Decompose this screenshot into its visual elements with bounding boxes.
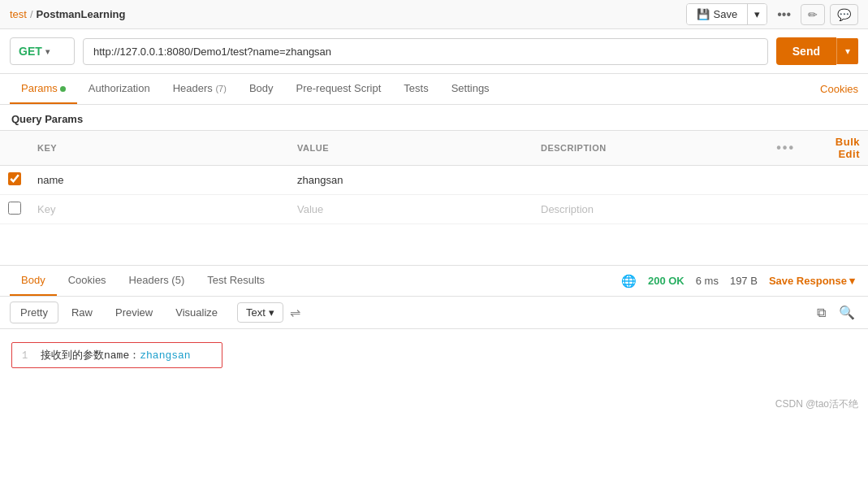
save-dropdown-button[interactable]: ▾ <box>747 4 767 24</box>
save-button[interactable]: 💾 Save <box>687 4 748 24</box>
fmt-tab-preview[interactable]: Preview <box>106 302 162 323</box>
action-col-header: ••• <box>768 131 803 166</box>
response-line-content: 接收到的参数name：zhangsan <box>41 349 191 362</box>
new-param-checkbox[interactable] <box>8 202 21 215</box>
response-tab-test-results[interactable]: Test Results <box>196 266 276 296</box>
new-row-checkbox-cell[interactable] <box>0 195 29 224</box>
fmt-preview-label: Preview <box>115 306 153 319</box>
new-param-key-cell[interactable]: Key <box>29 195 289 224</box>
edit-icon: ✏ <box>808 8 818 21</box>
tab-pre-request[interactable]: Pre-request Script <box>285 74 393 104</box>
bulk-edit-col-header[interactable]: Bulk Edit <box>803 131 868 166</box>
send-button[interactable]: Send <box>776 37 836 65</box>
save-response-button[interactable]: Save Response ▾ <box>769 275 855 287</box>
key-col-header: KEY <box>29 131 289 166</box>
chevron-down-icon: ▾ <box>849 275 855 287</box>
tab-authorization-label: Authorization <box>89 82 150 94</box>
copy-button[interactable]: ⧉ <box>814 302 829 323</box>
breadcrumb-separator: / <box>30 8 33 20</box>
more-options-icon: ••• <box>776 141 795 154</box>
response-format-bar: Pretty Raw Preview Visualize Text ▾ ⇌ ⧉ … <box>0 297 868 329</box>
fmt-raw-label: Raw <box>71 306 93 319</box>
tab-headers[interactable]: Headers (7) <box>162 74 238 104</box>
param-desc-cell[interactable] <box>533 166 768 195</box>
response-tabs-bar: Body Cookies Headers (5) Test Results 🌐 … <box>0 266 868 297</box>
fmt-tab-raw[interactable]: Raw <box>62 302 102 323</box>
spacer <box>0 224 868 265</box>
status-code: 200 OK <box>648 275 684 287</box>
param-key-value: name <box>37 174 64 186</box>
tab-body[interactable]: Body <box>238 74 285 104</box>
new-param-value-cell[interactable]: Value <box>289 195 533 224</box>
params-table: KEY VALUE DESCRIPTION ••• Bulk Edit name… <box>0 130 868 224</box>
fmt-pretty-label: Pretty <box>20 306 48 319</box>
table-row: name zhangsan <box>0 166 868 195</box>
response-tab-cookies[interactable]: Cookies <box>57 266 118 296</box>
save-response-label: Save Response <box>769 275 847 287</box>
url-bar: GET ▾ Send ▾ <box>0 29 868 74</box>
query-params-label: Query Params <box>0 105 868 130</box>
response-tab-body-label: Body <box>21 274 45 286</box>
edit-button[interactable]: ✏ <box>801 4 825 25</box>
tab-params-label: Params <box>21 82 58 94</box>
top-bar-actions: 💾 Save ▾ ••• ✏ 💬 <box>686 3 858 25</box>
wrap-icon[interactable]: ⇌ <box>290 305 300 320</box>
text-format-dropdown[interactable]: Text ▾ <box>237 302 283 323</box>
method-label: GET <box>19 45 42 58</box>
save-button-group: 💾 Save ▾ <box>686 3 768 25</box>
new-param-desc-cell[interactable]: Description <box>533 195 768 224</box>
param-row-checkbox[interactable] <box>8 172 21 185</box>
save-label: Save <box>714 8 738 20</box>
param-value-value: zhangsan <box>297 174 343 186</box>
send-button-group: Send ▾ <box>776 37 858 65</box>
tab-headers-label: Headers (7) <box>173 82 227 94</box>
key-placeholder: Key <box>37 203 55 215</box>
tab-authorization[interactable]: Authorization <box>77 74 162 104</box>
response-tab-headers-label: Headers (5) <box>129 274 185 286</box>
response-status-bar: 🌐 200 OK 6 ms 197 B Save Response ▾ <box>618 274 858 289</box>
tab-tests[interactable]: Tests <box>392 74 439 104</box>
param-value-cell[interactable]: zhangsan <box>289 166 533 195</box>
response-tab-headers[interactable]: Headers (5) <box>118 266 196 296</box>
tab-params[interactable]: Params <box>10 74 77 104</box>
value-col-header: VALUE <box>289 131 533 166</box>
desc-col-header: DESCRIPTION <box>533 131 768 166</box>
response-body: 1 接收到的参数name：zhangsan <box>0 329 868 394</box>
url-input[interactable] <box>83 38 768 65</box>
method-selector[interactable]: GET ▾ <box>10 37 75 65</box>
fmt-tab-pretty[interactable]: Pretty <box>10 302 58 323</box>
save-icon: 💾 <box>697 8 710 20</box>
breadcrumb-current: PostmanLearning <box>37 8 126 20</box>
param-key-cell[interactable]: name <box>29 166 289 195</box>
breadcrumb-link[interactable]: test <box>10 8 27 20</box>
response-tab-cookies-label: Cookies <box>68 274 106 286</box>
response-time: 6 ms <box>696 275 719 287</box>
send-dropdown-button[interactable]: ▾ <box>836 38 858 64</box>
table-row: Key Value Description <box>0 195 868 224</box>
more-options-button[interactable]: ••• <box>772 4 796 25</box>
response-size: 197 B <box>730 275 758 287</box>
comment-icon: 💬 <box>837 8 851 21</box>
tab-tests-label: Tests <box>404 82 428 94</box>
desc-placeholder: Description <box>541 203 594 215</box>
tab-body-label: Body <box>249 82 274 94</box>
row-checkbox-cell[interactable] <box>0 166 29 195</box>
copy-icon: ⧉ <box>817 306 826 319</box>
comment-button[interactable]: 💬 <box>830 4 858 25</box>
tab-settings[interactable]: Settings <box>440 74 501 104</box>
response-tab-body[interactable]: Body <box>10 266 57 296</box>
search-icon: 🔍 <box>839 306 855 319</box>
fmt-visualize-label: Visualize <box>175 306 218 319</box>
response-value: zhangsan <box>140 349 190 362</box>
param-bulk-cell <box>803 166 868 195</box>
watermark: CSDN @tao活不绝 <box>0 394 868 414</box>
response-content-box: 1 接收到的参数name：zhangsan <box>11 342 222 368</box>
tab-pre-request-label: Pre-request Script <box>296 82 382 94</box>
cookies-button[interactable]: Cookies <box>820 83 858 95</box>
new-param-bulk-cell <box>803 195 868 224</box>
chevron-down-icon: ▾ <box>269 306 274 319</box>
response-action-icons: ⧉ 🔍 <box>814 302 858 323</box>
fmt-tab-visualize[interactable]: Visualize <box>166 302 227 323</box>
search-button[interactable]: 🔍 <box>836 302 858 323</box>
tab-settings-label: Settings <box>451 82 490 94</box>
